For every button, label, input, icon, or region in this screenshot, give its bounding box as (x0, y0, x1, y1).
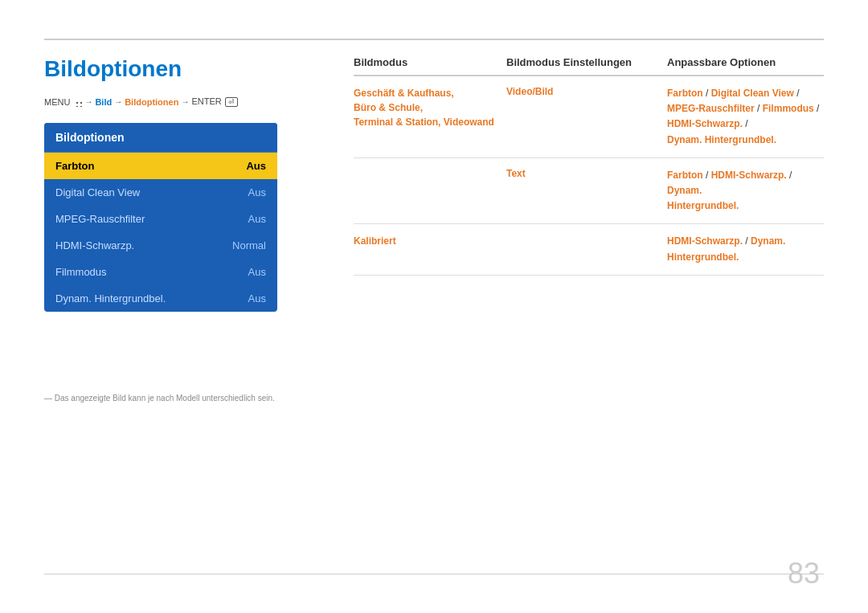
menu-item-label-farbton: Farbton (55, 160, 94, 172)
menu-item-value-dynam: Aus (248, 292, 266, 304)
menu-item-mpeg-rauschfilter[interactable]: MPEG-Rauschfilter Aus (44, 206, 277, 232)
breadcrumb-arrow2: → (114, 97, 122, 106)
menu-item-value-hdmi: Normal (232, 239, 266, 251)
menu-item-filmmodus[interactable]: Filmmodus Aus (44, 259, 277, 285)
menu-item-value-dcv: Aus (248, 186, 266, 198)
header-bildmodus: Bildmodus (354, 56, 506, 68)
breadcrumb-menu: MENU (44, 97, 70, 107)
cell-optionen-3: HDMI-Schwarzp. / Dynam. Hintergrundbel. (667, 234, 824, 264)
page-title: Bildoptionen (44, 56, 350, 82)
menu-dots-icon (72, 99, 82, 107)
footnote: ― Das angezeigte Bild kann je nach Model… (44, 394, 275, 403)
menu-item-hdmi-schwarzp[interactable]: HDMI-Schwarzp. Normal (44, 232, 277, 259)
cell-optionen-1: Farbton / Digital Clean View / MPEG-Raus… (667, 86, 824, 148)
breadcrumb-arrow1: → (84, 97, 92, 106)
table-row-2: Text Farbton / HDMI-Schwarzp. / Dynam.Hi… (354, 158, 824, 225)
top-border (44, 39, 824, 40)
cell-optionen-2: Farbton / HDMI-Schwarzp. / Dynam.Hinterg… (667, 168, 824, 215)
menu-item-dynam-hintergrund[interactable]: Dynam. Hintergrundbel. Aus (44, 285, 277, 312)
table-row-3: Kalibriert HDMI-Schwarzp. / Dynam. Hinte… (354, 224, 824, 275)
cell-einstellungen-2: Text (506, 168, 667, 179)
table-header: Bildmodus Bildmodus Einstellungen Anpass… (354, 56, 824, 76)
table-body: Geschäft & Kaufhaus, Büro & Schule, Term… (354, 76, 824, 276)
breadcrumb-bild: Bild (95, 97, 112, 107)
menu-item-label-hdmi: HDMI-Schwarzp. (55, 239, 134, 251)
menu-box-title: Bildoptionen (44, 123, 277, 153)
bottom-border (44, 574, 824, 574)
menu-item-value-film: Aus (248, 266, 266, 278)
menu-box: Bildoptionen Farbton Aus Digital Clean V… (44, 123, 277, 312)
page-number: 83 (788, 557, 820, 591)
menu-item-label-dcv: Digital Clean View (55, 186, 140, 198)
header-einstellungen: Bildmodus Einstellungen (506, 56, 667, 68)
menu-item-value-mpeg: Aus (248, 213, 266, 225)
breadcrumb-enter: ENTER ⏎ (191, 96, 237, 107)
menu-item-digital-clean-view[interactable]: Digital Clean View Aus (44, 179, 277, 206)
cell-einstellungen-1: Video/Bild (506, 86, 667, 97)
breadcrumb: MENU → Bild → Bildoptionen → ENTER ⏎ (44, 96, 350, 107)
menu-item-label-dynam: Dynam. Hintergrundbel. (55, 292, 166, 304)
menu-item-label-film: Filmmodus (55, 266, 107, 278)
breadcrumb-bildoptionen: Bildoptionen (125, 97, 178, 107)
right-panel: Bildmodus Bildmodus Einstellungen Anpass… (354, 56, 824, 276)
cell-bildmodus-1: Geschäft & Kaufhaus, Büro & Schule, Term… (354, 86, 506, 129)
menu-item-farbton[interactable]: Farbton Aus (44, 153, 277, 179)
header-optionen: Anpassbare Optionen (667, 56, 824, 68)
table-row-1: Geschäft & Kaufhaus, Büro & Schule, Term… (354, 76, 824, 158)
menu-item-value-farbton: Aus (246, 160, 266, 172)
cell-bildmodus-3: Kalibriert (354, 234, 506, 248)
menu-item-label-mpeg: MPEG-Rauschfilter (55, 213, 145, 225)
breadcrumb-arrow3: → (181, 97, 189, 106)
left-panel: Bildoptionen MENU → Bild → Bildoptionen … (44, 56, 350, 312)
